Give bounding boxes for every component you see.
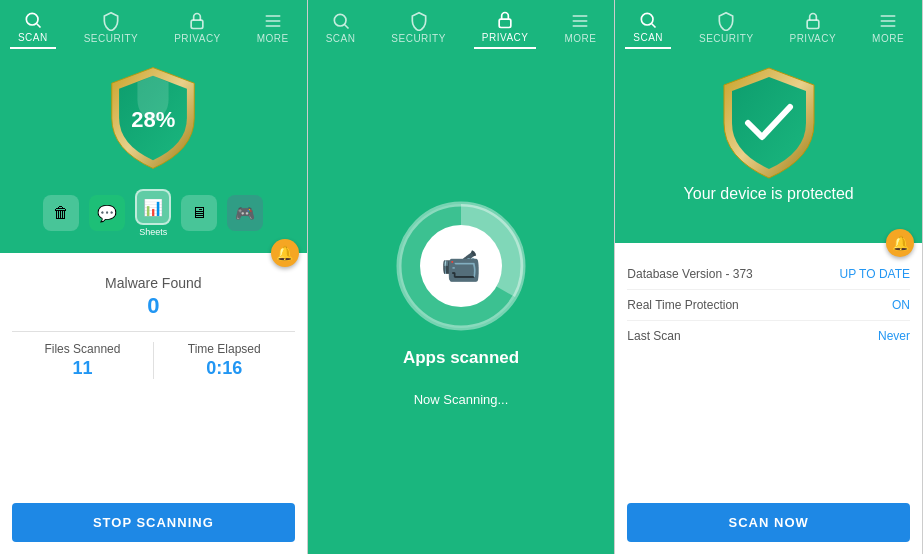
svg-line-14 (652, 24, 656, 28)
nav-privacy-label-2: PRIVACY (482, 32, 529, 43)
nav-bar-1: SCAN SECURITY PRIVACY MORE (0, 0, 307, 49)
svg-rect-8 (499, 19, 511, 27)
scan-icon-circle: 📹 (420, 225, 502, 307)
app-icons-row: 🗑 💬 📊 Sheets 🖥 🎮 (35, 189, 271, 237)
nav-security-3[interactable]: SECURITY (691, 7, 762, 48)
apps-scanned-label: Apps scanned (403, 348, 519, 368)
app-icon-monitor: 🖥 (181, 195, 217, 231)
panel-protected: SCAN SECURITY PRIVACY MORE (615, 0, 923, 554)
now-scanning-text: Now Scanning... (414, 392, 509, 407)
nav-scan-2[interactable]: SCAN (318, 7, 364, 48)
scanning-area: 📹 Apps scanned Now Scanning... (308, 49, 615, 554)
svg-rect-3 (265, 15, 280, 17)
bell-button-3[interactable]: 🔔 (886, 229, 914, 257)
malware-label: Malware Found (105, 275, 202, 291)
scan-now-button[interactable]: SCAN NOW (627, 503, 910, 542)
db-version-key: Database Version - 373 (627, 267, 752, 281)
info-row-db: Database Version - 373 UP TO DATE (627, 259, 910, 290)
app-icon-game: 🎮 (227, 195, 263, 231)
info-row-rtp: Real Time Protection ON (627, 290, 910, 321)
time-elapsed-value: 0:16 (206, 358, 242, 379)
app-icon-trash: 🗑 (43, 195, 79, 231)
nav-more-3[interactable]: MORE (864, 7, 912, 48)
nav-scan-label-1: SCAN (18, 32, 48, 43)
nav-security-label-1: SECURITY (84, 33, 139, 44)
panel-scan: SCAN SECURITY PRIVACY MORE (0, 0, 308, 554)
last-scan-key: Last Scan (627, 329, 680, 343)
nav-scan-1[interactable]: SCAN (10, 6, 56, 49)
info-rows: Database Version - 373 UP TO DATE Real T… (627, 259, 910, 351)
shield-1: 28% (98, 63, 208, 173)
nav-security-label-3: SECURITY (699, 33, 754, 44)
svg-point-6 (334, 14, 346, 26)
nav-privacy-label-1: PRIVACY (174, 33, 221, 44)
time-elapsed-label: Time Elapsed (188, 342, 261, 356)
bell-button-1[interactable]: 🔔 (271, 239, 299, 267)
svg-line-1 (37, 24, 41, 28)
nav-privacy-2[interactable]: PRIVACY (474, 6, 537, 49)
files-scanned-cell: Files Scanned 11 (12, 342, 154, 379)
nav-more-label-2: MORE (564, 33, 596, 44)
nav-more-1[interactable]: MORE (249, 7, 297, 48)
svg-point-0 (26, 13, 38, 25)
nav-privacy-label-3: PRIVACY (789, 33, 836, 44)
last-scan-value: Never (878, 329, 910, 343)
nav-scan-3[interactable]: SCAN (625, 6, 671, 49)
svg-rect-9 (573, 15, 588, 17)
nav-security-2[interactable]: SECURITY (383, 7, 454, 48)
header-area-3: Your device is protected 🔔 (615, 49, 922, 243)
panel-privacy: SCAN SECURITY PRIVACY MORE 📹 (308, 0, 616, 554)
svg-point-13 (642, 13, 654, 25)
svg-rect-5 (265, 25, 280, 27)
nav-bar-3: SCAN SECURITY PRIVACY MORE (615, 0, 922, 49)
rtp-key: Real Time Protection (627, 298, 738, 312)
shield-percent: 28% (131, 107, 175, 133)
stop-scanning-button[interactable]: STOP SCANNING (12, 503, 295, 542)
app-icon-whatsapp: 💬 (89, 195, 125, 231)
nav-privacy-3[interactable]: PRIVACY (781, 7, 844, 48)
sheets-label: Sheets (139, 227, 167, 237)
nav-security-label-2: SECURITY (391, 33, 446, 44)
svg-rect-4 (265, 20, 280, 22)
svg-rect-15 (807, 20, 819, 28)
nav-more-label-1: MORE (257, 33, 289, 44)
malware-value: 0 (147, 293, 159, 319)
nav-more-label-3: MORE (872, 33, 904, 44)
protected-text: Your device is protected (684, 185, 854, 219)
svg-rect-2 (192, 20, 204, 28)
nav-more-2[interactable]: MORE (556, 7, 604, 48)
app-icon-sheets: 📊 Sheets (135, 189, 171, 237)
header-area-1: 28% 🗑 💬 📊 Sheets 🖥 🎮 🔔 (0, 49, 307, 253)
nav-bar-2: SCAN SECURITY PRIVACY MORE (308, 0, 615, 49)
svg-rect-16 (881, 15, 896, 17)
svg-rect-18 (881, 25, 896, 27)
nav-scan-label-3: SCAN (633, 32, 663, 43)
files-scanned-value: 11 (72, 358, 92, 379)
content-area-3: Database Version - 373 UP TO DATE Real T… (615, 243, 922, 554)
scan-circle-container: 📹 (391, 196, 531, 336)
info-row-last-scan: Last Scan Never (627, 321, 910, 351)
stats-row: Files Scanned 11 Time Elapsed 0:16 (12, 331, 295, 379)
svg-line-7 (344, 25, 348, 29)
db-version-value: UP TO DATE (840, 267, 910, 281)
svg-rect-10 (573, 20, 588, 22)
nav-security-1[interactable]: SECURITY (76, 7, 147, 48)
shield-protected (714, 63, 824, 173)
rtp-value: ON (892, 298, 910, 312)
files-scanned-label: Files Scanned (44, 342, 120, 356)
nav-scan-label-2: SCAN (326, 33, 356, 44)
svg-rect-11 (573, 25, 588, 27)
scan-app-icon: 📹 (441, 247, 481, 285)
nav-privacy-1[interactable]: PRIVACY (166, 7, 229, 48)
time-elapsed-cell: Time Elapsed 0:16 (154, 342, 295, 379)
content-area-1: Malware Found 0 Files Scanned 11 Time El… (0, 253, 307, 554)
svg-rect-17 (881, 20, 896, 22)
